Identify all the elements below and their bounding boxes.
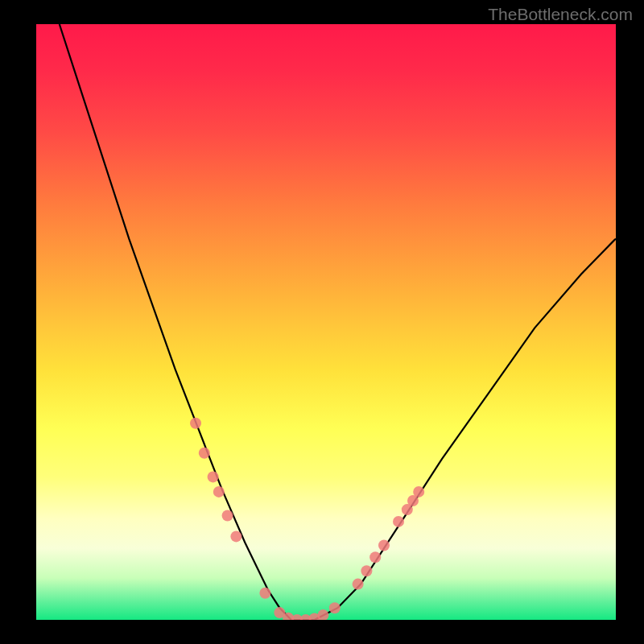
chart-plot-area <box>36 24 616 620</box>
chart-svg <box>36 24 616 620</box>
scatter-point <box>353 579 364 590</box>
scatter-point <box>378 540 390 551</box>
scatter-point <box>190 418 201 429</box>
scatter-point <box>259 588 270 599</box>
watermark-text: TheBottleneck.com <box>488 5 633 24</box>
scatter-point <box>199 448 210 459</box>
scatter-point <box>208 471 219 482</box>
scatter-point <box>230 530 242 542</box>
curve-group <box>60 24 616 620</box>
scatter-point <box>213 486 225 497</box>
scatter-points <box>190 418 424 620</box>
bottleneck-curve <box>60 24 616 620</box>
scatter-point <box>222 510 233 522</box>
scatter-point <box>361 565 372 576</box>
scatter-point <box>317 609 328 620</box>
scatter-point <box>329 602 341 613</box>
scatter-point <box>393 516 404 527</box>
scatter-point <box>413 486 424 497</box>
scatter-point <box>369 551 381 563</box>
